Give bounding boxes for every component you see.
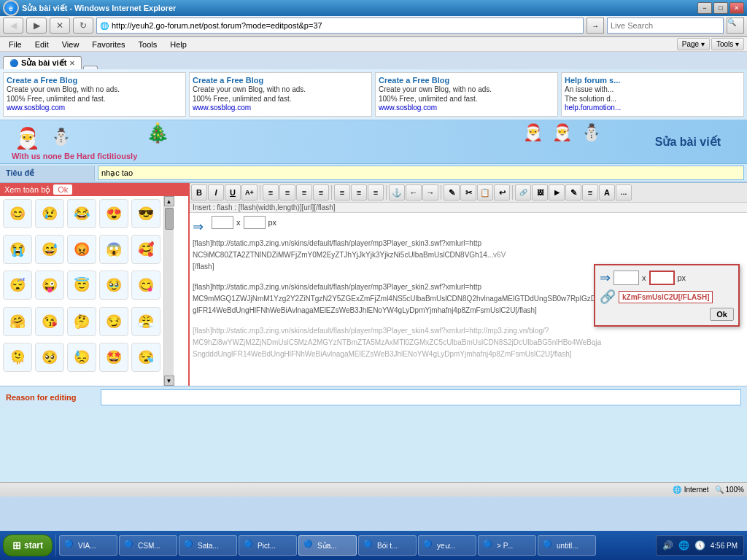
redo-button[interactable]: → [422, 184, 438, 201]
emoji-19[interactable]: 😏 [99, 307, 128, 336]
emoji-25[interactable]: 😪 [131, 343, 160, 372]
maximize-button[interactable]: □ [713, 2, 728, 14]
cut-button[interactable]: ✂ [460, 184, 476, 201]
page-button[interactable]: Page ▾ [677, 38, 710, 50]
emoji-8[interactable]: 😡 [67, 235, 96, 264]
emoji-4[interactable]: 😍 [99, 199, 128, 228]
quote-button[interactable]: ≡ [351, 184, 367, 201]
taskbar-btn-ie2[interactable]: 🔵 CSM... [119, 535, 177, 556]
code-button[interactable]: ≡ [368, 184, 384, 201]
emoji-12[interactable]: 😜 [35, 271, 64, 300]
emoji-grid: 😊 😢 😂 😍 😎 😭 😅 😡 😱 🥰 😴 😜 😇 🥹 [0, 196, 163, 378]
zone-label: Internet [684, 486, 709, 494]
emoji-24[interactable]: 🤩 [99, 343, 128, 372]
anchor-button[interactable]: ⚓ [389, 184, 405, 201]
minimize-button[interactable]: − [697, 2, 712, 14]
taskbar-btn-ie3[interactable]: 🔵 Sata... [179, 535, 237, 556]
close-button[interactable]: ✕ [729, 2, 744, 14]
emoji-18[interactable]: 🤔 [67, 307, 96, 336]
search-input[interactable] [607, 18, 724, 34]
back-button[interactable]: ◀ [3, 18, 23, 34]
taskbar-btn-ie7[interactable]: 🔵 yeư... [418, 535, 476, 556]
bold-button[interactable]: B [191, 184, 207, 201]
taskbar-btn-ie5[interactable]: 🔵 Sửa... [298, 535, 357, 556]
emoji-2[interactable]: 😢 [35, 199, 64, 228]
address-input[interactable] [112, 21, 580, 30]
search-go-button[interactable]: 🔍 [727, 18, 744, 34]
emoji-14[interactable]: 🥹 [99, 271, 128, 300]
image-button[interactable]: 🖼 [532, 184, 548, 201]
forward-button[interactable]: ▶ [26, 18, 47, 34]
undo-button[interactable]: ← [406, 184, 422, 201]
menu-view[interactable]: View [56, 39, 85, 50]
italic-button[interactable]: I [208, 184, 224, 201]
menu-favorites[interactable]: Favorites [86, 39, 131, 50]
taskbar-btn-ie6[interactable]: 🔵 Bói t... [358, 535, 417, 556]
emoji-15[interactable]: 😋 [131, 271, 160, 300]
stop-button[interactable]: ✕ [50, 18, 70, 34]
emoji-scrollbar[interactable]: ▲ ▼ [163, 196, 174, 386]
tab-edit-post[interactable]: 🔵 Sửa bài viết ✕ [3, 56, 82, 69]
title-input[interactable] [98, 166, 744, 180]
emoji-ok-button[interactable]: Ok [53, 184, 72, 195]
emoji-20[interactable]: 😤 [131, 307, 160, 336]
fontsize-button[interactable]: A+ [241, 184, 258, 201]
emoji-13[interactable]: 😇 [67, 271, 96, 300]
editor-content[interactable]: ⇒ x px [flash]http://static.mp3.zing.vn/… [190, 213, 747, 386]
start-button[interactable]: ⊞ start [3, 534, 53, 556]
link-height-input[interactable] [649, 271, 675, 285]
color-button[interactable]: A [599, 184, 615, 201]
emoji-21[interactable]: 🫠 [3, 343, 32, 372]
format-button[interactable]: ≡ [582, 184, 598, 201]
underline-button[interactable]: U [225, 184, 241, 201]
copy-button[interactable]: 📋 [477, 184, 493, 201]
height-input[interactable] [244, 216, 266, 229]
emoji-1[interactable]: 😊 [3, 199, 32, 228]
pencil-button[interactable]: ✎ [565, 184, 581, 201]
justify-button[interactable]: ≡ [313, 184, 329, 201]
more-button[interactable]: … [616, 184, 632, 201]
menu-edit[interactable]: Edit [29, 39, 55, 50]
scroll-down-button[interactable]: ▼ [164, 376, 174, 386]
width-input[interactable] [212, 216, 233, 229]
link-button[interactable]: 🔗 [515, 184, 531, 201]
taskbar-btn-ie9[interactable]: 🔵 untitl... [538, 535, 596, 556]
link-ok-button[interactable]: Ok [710, 308, 734, 321]
list-button[interactable]: ≡ [334, 184, 350, 201]
scroll-up-button[interactable]: ▲ [164, 196, 174, 206]
tools-button[interactable]: Tools ▾ [711, 38, 744, 50]
emoji-16[interactable]: 🤗 [3, 307, 32, 336]
enter-button[interactable]: ↩ [494, 184, 510, 201]
window-title: Sửa bài viết - Windows Internet Explorer [22, 4, 176, 13]
emoji-10[interactable]: 🥰 [131, 235, 160, 264]
align-left-button[interactable]: ≡ [263, 184, 279, 201]
link-width-input[interactable] [614, 271, 639, 285]
editor-wrapper: Xem toàn bộ Ok 😊 😢 😂 😍 😎 😭 😅 😡 😱 [0, 182, 747, 386]
emoji-6[interactable]: 😭 [3, 235, 32, 264]
title-bar: e Sửa bài viết - Windows Internet Explor… [0, 0, 747, 16]
taskbar-btn-ie8[interactable]: 🔵 > P... [478, 535, 536, 556]
scroll-thumb[interactable] [165, 208, 174, 230]
emoji-11[interactable]: 😴 [3, 271, 32, 300]
menu-tools[interactable]: Tools [133, 39, 163, 50]
emoji-7[interactable]: 😅 [35, 235, 64, 264]
emoji-9[interactable]: 😱 [99, 235, 128, 264]
menu-help[interactable]: Help [164, 39, 193, 50]
paste-button[interactable]: ✎ [444, 184, 460, 201]
media-button[interactable]: ▶ [549, 184, 565, 201]
emoji-22[interactable]: 🥺 [35, 343, 64, 372]
menu-file[interactable]: File [3, 39, 28, 50]
emoji-23[interactable]: 😓 [67, 343, 96, 372]
taskbar-btn-ie4[interactable]: 🔵 Pict... [239, 535, 297, 556]
align-center-button[interactable]: ≡ [279, 184, 295, 201]
reason-input[interactable] [101, 389, 741, 405]
align-right-button[interactable]: ≡ [296, 184, 312, 201]
emoji-3[interactable]: 😂 [67, 199, 96, 228]
refresh-button[interactable]: ↻ [73, 18, 93, 34]
emoji-header-label: Xem toàn bộ [4, 185, 50, 195]
go-button[interactable]: → [587, 18, 604, 34]
tab-close-button[interactable]: ✕ [69, 60, 75, 67]
emoji-17[interactable]: 😘 [35, 307, 64, 336]
taskbar-btn-ie1[interactable]: 🔵 VIA... [59, 535, 117, 556]
emoji-5[interactable]: 😎 [131, 199, 160, 228]
